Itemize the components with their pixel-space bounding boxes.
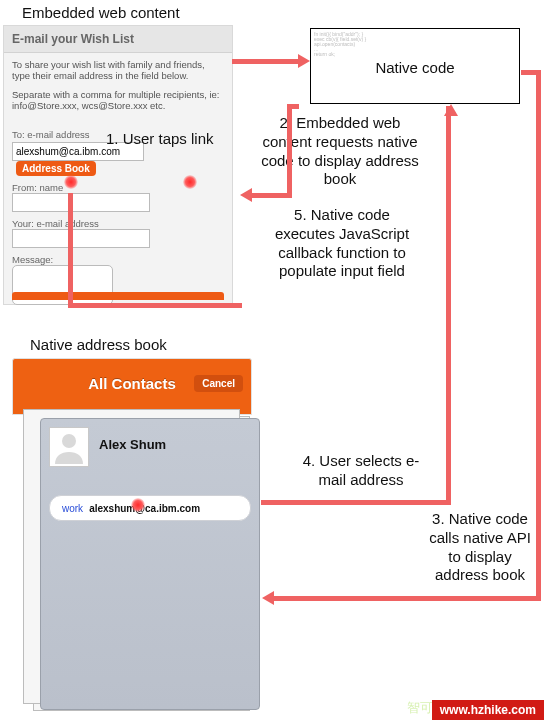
arrow4-h [261,500,451,505]
form-intro2: Separate with a comma for multiple recip… [12,89,224,111]
contact-card: Alex Shum work alexshum@ca.ibm.com [40,418,260,710]
message-label: Message: [12,254,224,265]
arrow3-v [536,70,541,600]
watermark-right: www.hzhike.com [432,700,544,720]
form-title: E-mail your Wish List [4,26,232,53]
arrow2 [232,59,298,64]
step2-label: 2. Embedded web content requests native … [260,114,420,189]
step5-label: 5. Native code executes JavaScript callb… [262,206,422,281]
arrow5-h [252,193,292,198]
highlight-dot-input [64,175,78,189]
cancel-button[interactable]: Cancel [194,375,243,392]
step4-label: 4. User selects e-mail address [296,452,426,490]
avatar-icon [49,427,89,467]
arrow4-head [444,104,458,116]
submit-bar[interactable] [12,292,224,300]
arrow5-head [240,188,252,202]
highlight-dot-contact [131,498,145,512]
highlight-dot-link [183,175,197,189]
svg-point-0 [62,434,76,448]
address-book-header: All Contacts Cancel [12,358,252,415]
your-email-input[interactable] [12,229,150,248]
arrow5-v [287,104,292,198]
heading-embedded: Embedded web content [22,4,180,23]
arrow2-head [298,54,310,68]
your-email-label: Your: e-mail address [12,218,224,229]
native-code-panel: fn init(){ bind("addr"); } exec cb(v){ f… [310,28,520,104]
heading-native-addrbook: Native address book [30,336,167,355]
contact-email-row[interactable]: work alexshum@ca.ibm.com [49,495,251,521]
native-code-title: Native code [311,59,519,76]
arrow3-head [262,591,274,605]
embedded-web-panel: E-mail your Wish List To share your wish… [3,25,233,305]
form-intro: To share your wish list with family and … [12,59,224,81]
arrow4-v [446,106,451,505]
contact-tag: work [62,503,83,514]
arrow5-drop [68,193,73,306]
step1-label: 1. User taps link [106,130,214,149]
arrow5-h2 [287,104,299,109]
arrow5-drop-h [68,303,242,308]
address-book-button[interactable]: Address Book [16,161,96,176]
step3-label: 3. Native code calls native API to displ… [424,510,536,585]
arrow3-h [274,596,541,601]
contact-name: Alex Shum [99,437,166,452]
from-input[interactable] [12,193,150,212]
